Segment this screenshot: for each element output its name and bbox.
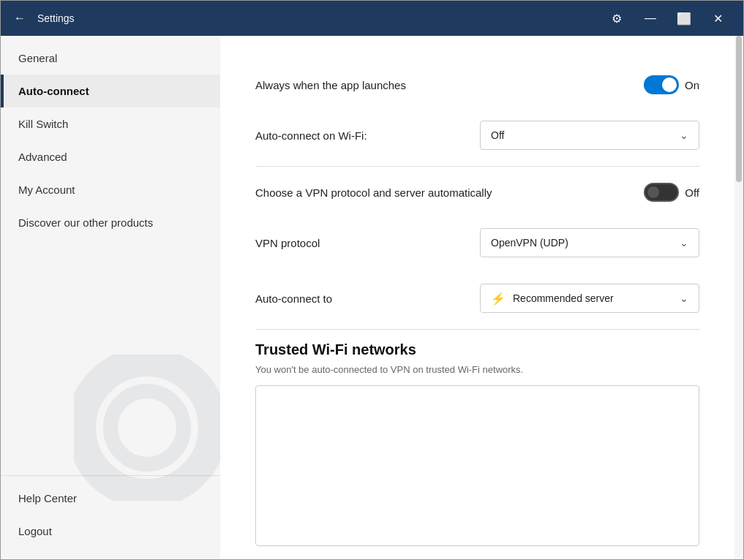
sidebar-item-my-account[interactable]: My Account — [1, 173, 220, 206]
sidebar-item-label: General — [18, 52, 57, 64]
choose-vpn-toggle-label: Off — [685, 186, 699, 199]
bolt-icon: ⚡ — [491, 292, 506, 306]
sidebar-item-advanced[interactable]: Advanced — [1, 140, 220, 173]
sidebar: General Auto-connect Kill Switch Advance… — [1, 36, 220, 559]
choose-vpn-row: Choose a VPN protocol and server automat… — [255, 170, 699, 215]
choose-vpn-label: Choose a VPN protocol and server automat… — [255, 186, 644, 199]
restore-button[interactable]: ⬜ — [667, 1, 701, 36]
divider-1 — [255, 166, 699, 167]
vpn-protocol-label: VPN protocol — [255, 237, 480, 249]
sidebar-item-general[interactable]: General — [1, 42, 220, 75]
wifi-connect-label: Auto-connect on Wi-Fi: — [255, 129, 480, 142]
sidebar-item-label: Help Center — [18, 492, 77, 504]
sidebar-item-label: My Account — [18, 183, 75, 196]
sidebar-item-auto-connect[interactable]: Auto-connect — [1, 75, 220, 107]
content-panel: Always when the app launches On Auto-con… — [220, 36, 734, 559]
trusted-networks-heading: Trusted Wi-Fi networks — [255, 341, 699, 358]
always-launch-label: Always when the app launches — [255, 79, 644, 91]
sidebar-item-label: Advanced — [18, 151, 67, 163]
svg-point-0 — [81, 362, 213, 493]
main-content: General Auto-connect Kill Switch Advance… — [1, 36, 743, 559]
toggle-thumb-off — [647, 186, 659, 198]
wifi-connect-value: Off — [491, 129, 504, 141]
dropdown-inner: ⚡ Recommended server — [491, 292, 614, 306]
choose-vpn-toggle-control: Off — [644, 183, 699, 202]
svg-point-1 — [110, 391, 184, 464]
sidebar-item-label: Kill Switch — [18, 118, 68, 130]
auto-connect-to-value: Recommended server — [513, 292, 614, 304]
auto-connect-to-row: Auto-connect to ⚡ Recommended server ⌄ — [255, 270, 699, 326]
vpn-protocol-row: VPN protocol OpenVPN (UDP) ⌄ — [255, 215, 699, 270]
vpn-protocol-value: OpenVPN (UDP) — [491, 237, 568, 249]
chevron-down-icon: ⌄ — [680, 129, 688, 141]
sidebar-item-discover[interactable]: Discover our other products — [1, 206, 220, 239]
sidebar-item-label: Logout — [18, 525, 52, 537]
trusted-networks-section: Trusted Wi-Fi networks You won't be auto… — [255, 341, 699, 546]
window-title: Settings — [37, 12, 75, 24]
auto-connect-to-dropdown[interactable]: ⚡ Recommended server ⌄ — [480, 284, 699, 313]
toggle-thumb — [662, 77, 677, 92]
minimize-button[interactable]: — — [634, 1, 667, 36]
scrollbar-thumb[interactable] — [736, 36, 742, 182]
sidebar-item-logout[interactable]: Logout — [1, 515, 220, 548]
title-bar-left: ← Settings — [10, 8, 600, 29]
always-launch-row: Always when the app launches On — [255, 62, 699, 107]
vpn-protocol-dropdown[interactable]: OpenVPN (UDP) ⌄ — [480, 228, 699, 257]
sidebar-item-kill-switch[interactable]: Kill Switch — [1, 107, 220, 140]
choose-vpn-toggle[interactable] — [644, 183, 679, 202]
back-button[interactable]: ← — [10, 8, 30, 29]
trusted-networks-box[interactable] — [255, 385, 699, 546]
title-bar: ← Settings ⚙ — ⬜ ✕ — [1, 1, 743, 36]
always-launch-toggle-control: On — [644, 75, 699, 94]
chevron-down-icon: ⌄ — [680, 237, 688, 249]
sidebar-decoration — [74, 355, 220, 501]
close-button[interactable]: ✕ — [701, 1, 734, 36]
sidebar-item-label: Discover our other products — [18, 216, 153, 229]
auto-connect-to-label: Auto-connect to — [255, 292, 480, 305]
wifi-connect-dropdown[interactable]: Off ⌄ — [480, 121, 699, 150]
wifi-connect-row: Auto-connect on Wi-Fi: Off ⌄ — [255, 107, 699, 163]
sidebar-bottom: Help Center Logout — [1, 475, 220, 559]
settings-gear-button[interactable]: ⚙ — [600, 1, 634, 36]
always-launch-toggle-label: On — [685, 79, 699, 91]
sidebar-item-help[interactable]: Help Center — [1, 482, 220, 515]
chevron-down-icon: ⌄ — [680, 292, 688, 304]
sidebar-item-label: Auto-connect — [18, 85, 89, 97]
scrollbar-track[interactable] — [734, 36, 743, 559]
divider-2 — [255, 329, 699, 330]
trusted-networks-subtext: You won't be auto-connected to VPN on tr… — [255, 364, 699, 375]
window-controls: ⚙ — ⬜ ✕ — [600, 1, 734, 36]
always-launch-toggle[interactable] — [644, 75, 679, 94]
